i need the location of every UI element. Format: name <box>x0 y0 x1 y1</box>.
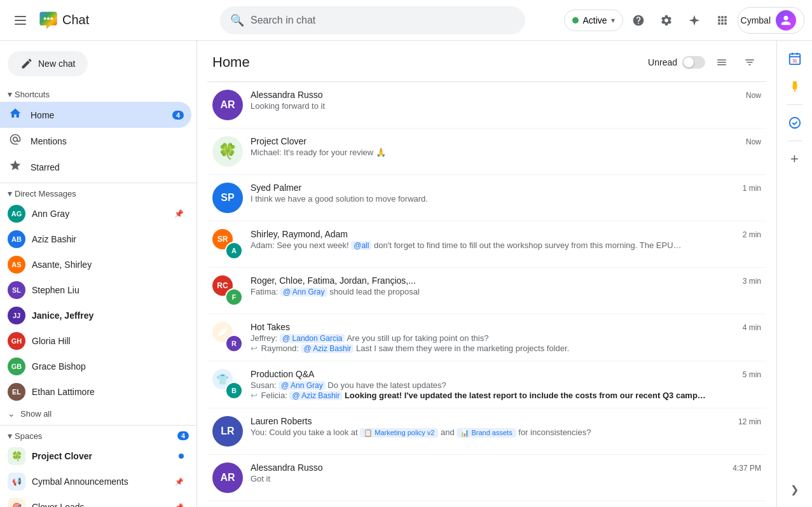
status-label: Active <box>582 15 607 25</box>
shortcuts-section[interactable]: ▾ Shortcuts <box>0 87 196 102</box>
dm-item-gloria-hill[interactable]: GH Gloria Hill <box>0 328 191 354</box>
dm-item-stephen-liu[interactable]: SL Stephen Liu <box>0 277 191 303</box>
collapse-panel-button[interactable]: ❯ <box>782 476 808 502</box>
spaces-section[interactable]: ▾ Spaces 4 <box>0 428 196 443</box>
chat-name: Syed Palmer <box>251 183 301 193</box>
sidebar-item-home[interactable]: Home 4 <box>0 102 191 128</box>
space-name: Cymbal Announcements <box>32 476 169 487</box>
cymbal-account-button[interactable]: Cymbal <box>738 7 804 34</box>
space-icon: 🍀 <box>8 447 25 465</box>
app-title: Chat <box>62 13 89 27</box>
unread-toggle-switch[interactable] <box>682 56 705 69</box>
mentions-icon <box>8 133 23 149</box>
dm-avatar: EL <box>8 383 25 401</box>
dm-show-all-button[interactable]: ⌄ Show all <box>0 405 196 422</box>
mention-chip: @ Ann Gray <box>279 381 326 390</box>
chat-item-syed-palmer[interactable]: SP Syed Palmer 1 min I think we have a g… <box>207 175 766 221</box>
chat-preview-line1: Jeffrey: @ Landon Garcia Are you still u… <box>251 333 708 343</box>
chat-item-shirley-raymond-adam[interactable]: SR A Shirley, Raymond, Adam 2 min Adam: … <box>207 221 766 268</box>
chat-item-roger-chloe-group[interactable]: RC F Roger, Chloe, Fatima, Jordan, Franç… <box>207 268 766 314</box>
main-content: Home Unread AR Al <box>197 41 776 507</box>
chat-item-alessandra-russo-2[interactable]: AR Alessandra Russo 4:37 PM Got it <box>207 455 766 501</box>
space-item-cymbal-announcements[interactable]: 📢 Cymbal Announcements 📌 <box>0 469 191 494</box>
chat-body: Project Clover Now Michael: It's ready f… <box>251 136 761 157</box>
search-input[interactable] <box>251 15 515 26</box>
chat-preview: Adam: See you next week! @all don't forg… <box>251 240 708 250</box>
chat-body: Syed Palmer 1 min I think we have a good… <box>251 183 761 204</box>
filter-button[interactable] <box>738 51 761 74</box>
dm-avatar: JJ <box>8 307 25 324</box>
status-button[interactable]: Active ▾ <box>564 10 623 31</box>
chat-preview: Fatima: @ Ann Gray should lead the propo… <box>251 287 708 296</box>
chat-time: 4:37 PM <box>733 464 761 473</box>
help-button[interactable] <box>626 8 651 33</box>
chat-avatar-group: SR A <box>212 229 243 260</box>
chat-item-production-qa[interactable]: 👕 B Production Q&A 5 min Susan: @ Ann Gr… <box>207 361 766 408</box>
cymbal-label: Cymbal <box>741 15 771 25</box>
mention-chip: @ Landon Garcia <box>280 334 345 343</box>
spaces-label: Spaces <box>15 431 42 441</box>
chat-time: 3 min <box>743 277 761 286</box>
unread-dot <box>179 454 184 459</box>
chat-avatar-group: 👕 B <box>212 369 243 399</box>
sparkle-button[interactable] <box>682 8 707 33</box>
right-panel: 31 + ❯ <box>776 41 812 507</box>
pin-icon: 📌 <box>175 478 184 486</box>
chat-item-team-announcements[interactable]: 🎩 Team announcements 3:22 PM Larry: We'r… <box>207 501 766 507</box>
dm-name: Ethan Lattimore <box>32 387 184 397</box>
dm-item-aziz-bashir[interactable]: AB Aziz Bashir <box>0 226 191 252</box>
tasks-icon <box>788 116 802 130</box>
chat-preview: You: Could you take a look at 📋 Marketin… <box>251 427 708 438</box>
settings-button[interactable] <box>654 8 679 33</box>
apps-button[interactable] <box>710 8 735 33</box>
home-label: Home <box>31 110 165 120</box>
new-chat-button[interactable]: New chat <box>8 51 88 76</box>
dm-name: Asante, Shirley <box>32 260 184 270</box>
home-badge: 4 <box>172 111 184 120</box>
dm-item-ethan-lattimore[interactable]: EL Ethan Lattimore <box>0 379 191 405</box>
home-header: Home Unread <box>207 41 766 82</box>
doc-badge: 📋 Marketing policy v2 <box>360 428 438 438</box>
mention-chip: @ Aziz Bashir <box>289 391 342 400</box>
chat-name: Lauren Roberts <box>251 416 312 426</box>
calendar-button[interactable]: 31 <box>782 46 808 71</box>
expand-icon: ⌄ <box>8 408 15 419</box>
chat-body: Shirley, Raymond, Adam 2 min Adam: See y… <box>251 229 761 250</box>
add-apps-button[interactable]: + <box>782 146 808 172</box>
dm-item-janice-jeffrey[interactable]: JJ Janice, Jeffrey <box>0 303 191 328</box>
space-item-clover-leads[interactable]: 🎯 Clover Leads 📌 <box>0 494 191 507</box>
chat-avatar: SP <box>212 183 243 213</box>
space-name: Project Clover <box>32 451 172 461</box>
app-logo: Chat <box>38 10 89 31</box>
sidebar: New chat ▾ Shortcuts Home 4 Mentions Sta… <box>0 41 197 507</box>
chat-item-alessandra-russo-1[interactable]: AR Alessandra Russo Now Looking forward … <box>207 82 766 128</box>
svg-point-1 <box>44 17 46 20</box>
chat-avatar: LR <box>212 416 243 447</box>
dm-section[interactable]: ▾ Direct Messages <box>0 186 196 201</box>
dm-name: Grace Bishop <box>32 361 184 372</box>
chat-time: 5 min <box>743 370 761 379</box>
menu-button[interactable] <box>8 8 33 33</box>
dm-item-ann-gray[interactable]: AG Ann Gray 📌 <box>0 201 191 226</box>
chevron-down-icon: ▾ <box>8 431 12 441</box>
chat-body: Roger, Chloe, Fatima, Jordan, Françios,.… <box>251 275 761 296</box>
space-icon: 📢 <box>8 473 25 490</box>
chat-item-hot-takes[interactable]: 🌶 R Hot Takes 4 min Jeffrey: @ Landon Ga… <box>207 314 766 361</box>
chat-item-lauren-roberts[interactable]: LR Lauren Roberts 12 min You: Could you … <box>207 408 766 455</box>
mention-chip: @ Aziz Bashir <box>301 344 354 353</box>
tasks-button[interactable] <box>782 110 808 135</box>
dm-item-asante-shirley[interactable]: AS Asante, Shirley <box>0 252 191 277</box>
sidebar-item-mentions[interactable]: Mentions <box>0 128 191 154</box>
chat-time: 1 min <box>743 184 761 193</box>
chat-time: Now <box>746 137 761 146</box>
sidebar-item-starred[interactable]: Starred <box>0 154 191 180</box>
chat-item-project-clover[interactable]: 🍀 Project Clover Now Michael: It's ready… <box>207 128 766 175</box>
keep-button[interactable] <box>782 74 808 99</box>
chat-preview-line1: Susan: @ Ann Gray Do you have the latest… <box>251 380 708 390</box>
chat-time: 2 min <box>743 230 761 239</box>
space-item-project-clover[interactable]: 🍀 Project Clover <box>0 443 191 469</box>
list-view-button[interactable] <box>710 51 733 74</box>
dm-item-grace-bishop[interactable]: GB Grace Bishop <box>0 354 191 379</box>
toggle-knob <box>684 57 694 67</box>
dm-avatar: GB <box>8 358 25 375</box>
